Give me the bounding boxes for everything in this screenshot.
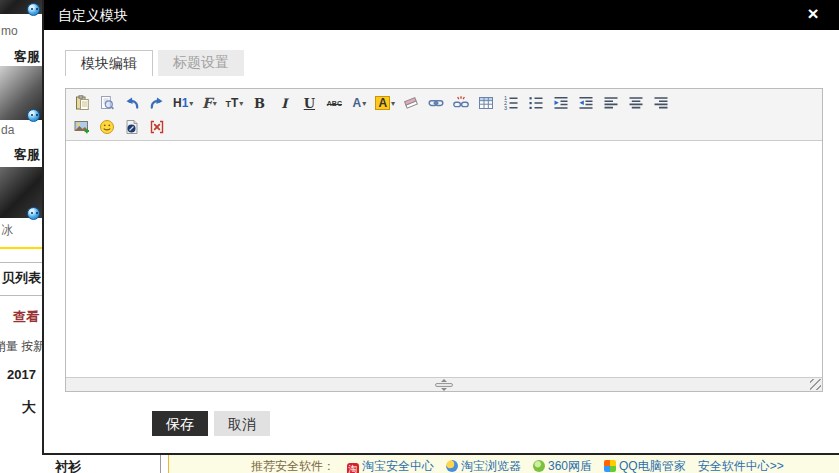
- indent-icon[interactable]: [550, 92, 572, 114]
- divider: [0, 262, 42, 263]
- taobao-safe-icon: 淘: [347, 463, 359, 473]
- font-size-icon[interactable]: TT▾: [223, 92, 245, 114]
- security-link[interactable]: 360网盾: [533, 459, 592, 473]
- image-icon[interactable]: [71, 116, 93, 138]
- outdent-icon[interactable]: [575, 92, 597, 114]
- contact-name: da: [1, 123, 14, 137]
- divider: [0, 295, 42, 296]
- divider: [0, 247, 42, 249]
- table-icon[interactable]: [475, 92, 497, 114]
- list-title: 贝列表: [2, 269, 41, 287]
- editor-toolbar: H1▾F▾TT▾BIUABCA▾A▾123: [66, 89, 822, 141]
- avatar[interactable]: [0, 167, 42, 218]
- editor-statusbar: [66, 377, 822, 391]
- security-link[interactable]: QQ电脑管家: [604, 459, 686, 473]
- strikethrough-icon[interactable]: ABC: [323, 92, 345, 114]
- dialog-titlebar: 自定义模块 ×: [44, 0, 839, 30]
- contact-name: 冰: [1, 222, 13, 239]
- service-label: 客服: [14, 146, 40, 164]
- save-button[interactable]: 保存: [152, 411, 208, 436]
- redo-icon[interactable]: [146, 92, 168, 114]
- preview-icon[interactable]: [96, 92, 118, 114]
- editor-content[interactable]: [66, 141, 822, 377]
- remove-format-icon[interactable]: [400, 92, 422, 114]
- unordered-list-icon[interactable]: [525, 92, 547, 114]
- security-link[interactable]: 淘淘宝安全中心: [347, 459, 434, 473]
- qq-manager-icon: [604, 460, 616, 472]
- svg-text:3: 3: [504, 105, 507, 111]
- tab-bar: 模块编辑 标题设置: [65, 50, 823, 76]
- sort-options[interactable]: 销量 按新: [0, 338, 42, 355]
- contact-name: mo: [1, 24, 18, 38]
- security-bar-label: 推荐安全软件：: [251, 459, 335, 473]
- fullscreen-icon[interactable]: [146, 116, 168, 138]
- close-icon[interactable]: ×: [801, 0, 825, 30]
- qq-icon: [27, 3, 40, 16]
- link-icon[interactable]: [425, 92, 447, 114]
- security-link[interactable]: 安全软件中心>>: [698, 459, 784, 473]
- unlink-icon[interactable]: [450, 92, 472, 114]
- rich-text-editor: H1▾F▾TT▾BIUABCA▾A▾123: [65, 88, 823, 392]
- align-right-icon[interactable]: [650, 92, 672, 114]
- highlight-color-icon[interactable]: A▾: [373, 92, 397, 114]
- font-color-icon[interactable]: A▾: [348, 92, 370, 114]
- service-label: 客服: [14, 48, 40, 66]
- tab-module-edit[interactable]: 模块编辑: [65, 50, 153, 76]
- toolbar-row-1: H1▾F▾TT▾BIUABCA▾A▾123: [71, 91, 817, 115]
- view-link[interactable]: 查看: [13, 308, 39, 326]
- align-center-icon[interactable]: [625, 92, 647, 114]
- category-label: 衬衫: [55, 458, 81, 473]
- dialog-actions: 保存 取消: [152, 411, 823, 436]
- dialog-body: 模块编辑 标题设置 H1▾F▾TT▾BIUABCA▾A▾123 保存 取消: [44, 30, 839, 436]
- avatar[interactable]: [0, 66, 42, 120]
- 360-icon: [533, 460, 545, 472]
- tab-title-settings[interactable]: 标题设置: [158, 50, 244, 76]
- dialog-title: 自定义模块: [58, 7, 128, 23]
- page-bottom-strip: 衬衫 推荐安全软件：淘淘宝安全中心淘宝浏览器360网盾QQ电脑管家安全软件中心>…: [0, 455, 839, 473]
- security-software-bar: 推荐安全软件：淘淘宝安全中心淘宝浏览器360网盾QQ电脑管家安全软件中心>>: [168, 455, 839, 473]
- paste-icon[interactable]: [71, 92, 93, 114]
- undo-icon[interactable]: [121, 92, 143, 114]
- page-left-strip: mo 客服 da 客服 冰 贝列表 查看 销量 按新 2017 大: [0, 0, 42, 455]
- taobao-browser-icon: [446, 460, 458, 472]
- align-left-icon[interactable]: [600, 92, 622, 114]
- underline-icon[interactable]: U: [298, 92, 320, 114]
- divider: [160, 455, 161, 473]
- corner-resize-grip[interactable]: [810, 379, 821, 390]
- size-filter[interactable]: 大: [22, 399, 36, 417]
- ordered-list-icon[interactable]: 123: [500, 92, 522, 114]
- qq-icon: [27, 109, 40, 122]
- cancel-button[interactable]: 取消: [214, 411, 270, 436]
- media-icon[interactable]: [121, 116, 143, 138]
- year-filter[interactable]: 2017: [7, 367, 36, 382]
- avatar[interactable]: [0, 0, 42, 14]
- security-link[interactable]: 淘宝浏览器: [446, 459, 521, 473]
- qq-icon: [27, 207, 40, 220]
- vertical-resize-handle[interactable]: [431, 378, 457, 392]
- emoticon-icon[interactable]: [96, 116, 118, 138]
- toolbar-row-2: [71, 115, 817, 139]
- custom-module-dialog: 自定义模块 × 模块编辑 标题设置 H1▾F▾TT▾BIUABCA▾A▾123 …: [42, 0, 839, 455]
- heading-icon[interactable]: H1▾: [171, 92, 195, 114]
- font-family-icon[interactable]: F▾: [198, 92, 220, 114]
- bold-icon[interactable]: B: [248, 92, 270, 114]
- italic-icon[interactable]: I: [273, 92, 295, 114]
